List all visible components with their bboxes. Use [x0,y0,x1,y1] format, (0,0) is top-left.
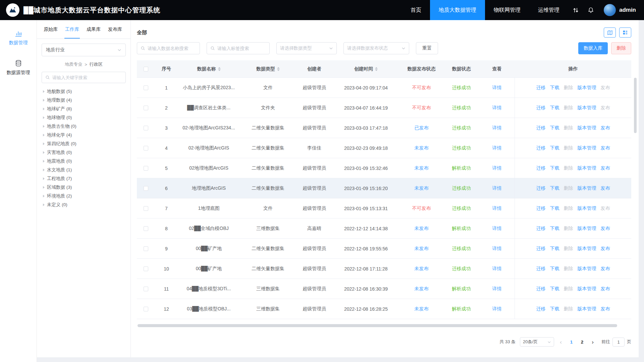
op-publish-link[interactable]: 发布 [601,226,610,232]
tree-node[interactable]: 地球化学 (4) [40,131,127,139]
op-version-link[interactable]: 版本管理 [578,185,596,191]
row-checkbox[interactable] [144,287,148,291]
sort-icon[interactable] [375,67,378,71]
detail-link[interactable]: 详情 [492,246,502,252]
tree-node[interactable]: 地球物理 (0) [40,113,127,122]
page-number-1[interactable]: 1 [568,340,575,345]
row-checkbox[interactable] [144,126,148,130]
op-migrate-link[interactable]: 迁移 [536,165,546,171]
tree-node[interactable]: 区域数据 (3) [40,183,127,192]
data-name-search-input[interactable] [148,46,196,51]
op-migrate-link[interactable]: 迁移 [536,226,546,232]
tag-search-input[interactable] [217,46,266,51]
op-migrate-link[interactable]: 迁移 [536,185,546,191]
op-migrate-link[interactable]: 迁移 [536,145,546,151]
op-version-link[interactable]: 版本管理 [578,205,596,212]
op-migrate-link[interactable]: 迁移 [536,105,546,111]
op-download-link[interactable]: 下载 [550,185,559,191]
op-download-link[interactable]: 下载 [550,205,559,212]
prev-page-button[interactable]: ‹ [557,339,565,345]
sort-icon[interactable] [218,67,221,71]
tab-raw-library[interactable]: 原始库 [41,20,60,39]
op-migrate-link[interactable]: 迁移 [536,306,546,312]
op-version-link[interactable]: 版本管理 [578,266,596,272]
op-publish-link[interactable]: 发布 [601,165,610,171]
row-checkbox[interactable] [144,226,148,231]
op-version-link[interactable]: 版本管理 [578,125,596,131]
industry-select[interactable]: 地质行业 [42,44,126,56]
horizontal-scrollbar[interactable] [137,324,631,327]
publish-status-select[interactable]: 请选择数据发布状态 [343,42,409,54]
vscroll-thumb[interactable] [634,78,637,133]
op-download-link[interactable]: 下载 [550,266,559,272]
op-download-link[interactable]: 下载 [550,85,559,91]
goto-page-input[interactable] [612,338,625,347]
col-data-name[interactable]: 数据名称 [178,60,240,77]
detail-link[interactable]: 详情 [492,185,502,191]
op-download-link[interactable]: 下载 [550,165,559,171]
tree-node[interactable]: 灾害地质 (0) [40,148,127,157]
nav-item-iot-management[interactable]: 物联网管理 [485,0,529,20]
map-view-button[interactable] [604,27,616,38]
op-migrate-link[interactable]: 迁移 [536,286,546,292]
tree-node[interactable]: 工程地质 (7) [40,174,127,183]
hscroll-thumb[interactable] [138,324,617,327]
tree-node[interactable]: 地质古生物 (0) [40,122,127,131]
detail-link[interactable]: 详情 [492,165,502,171]
nav-item-geodata-management[interactable]: 地质大数据管理 [430,0,485,20]
op-publish-link[interactable]: 发布 [601,286,610,292]
op-version-link[interactable]: 版本管理 [578,286,596,292]
sort-icon[interactable] [277,67,280,71]
op-publish-link[interactable]: 发布 [601,125,610,131]
bell-icon[interactable] [588,7,594,13]
swap-sort-icon[interactable] [573,7,579,13]
op-migrate-link[interactable]: 迁移 [536,266,546,272]
row-checkbox[interactable] [144,266,148,271]
op-version-link[interactable]: 版本管理 [578,105,596,111]
op-download-link[interactable]: 下载 [550,145,559,151]
col-data-type[interactable]: 数据类型 [240,60,296,77]
page-number-2[interactable]: 2 [578,340,586,345]
op-migrate-link[interactable]: 迁移 [536,246,546,252]
delete-button[interactable]: 删除 [611,42,631,54]
row-checkbox[interactable] [144,246,148,251]
reset-button[interactable]: 重置 [416,42,438,54]
op-publish-link[interactable]: 发布 [601,246,610,252]
tree-node[interactable]: 水文地质 (1) [40,166,127,174]
detail-link[interactable]: 详情 [492,286,502,292]
tab-work-library[interactable]: 工作库 [62,20,82,39]
op-version-link[interactable]: 版本管理 [578,306,596,312]
nav-item-ops-management[interactable]: 运维管理 [529,0,568,20]
op-migrate-link[interactable]: 迁移 [536,85,546,91]
vertical-scrollbar[interactable] [634,78,637,312]
breadcrumb-item[interactable]: 地质专业 [65,61,82,67]
op-download-link[interactable]: 下载 [550,306,559,312]
detail-link[interactable]: 详情 [492,226,502,232]
op-publish-link[interactable]: 发布 [601,306,610,312]
op-version-link[interactable]: 版本管理 [578,85,596,91]
detail-link[interactable]: 详情 [492,105,502,111]
tree-node[interactable]: 环境地质 (2) [40,192,127,200]
row-checkbox[interactable] [144,307,148,311]
select-all-checkbox[interactable] [144,67,148,71]
tree-node[interactable]: 未定义 (0) [40,200,127,209]
op-migrate-link[interactable]: 迁移 [536,125,546,131]
op-version-link[interactable]: 版本管理 [578,145,596,151]
user-avatar[interactable] [604,4,616,16]
tree-node[interactable]: 地貌数据 (5) [40,87,127,96]
op-publish-link[interactable]: 发布 [601,145,610,151]
nav-item-home[interactable]: 首页 [402,0,430,20]
col-created-time[interactable]: 创建时间 [332,60,399,77]
op-version-link[interactable]: 版本管理 [578,226,596,232]
page-size-select[interactable]: 20条/页 [520,337,554,347]
row-checkbox[interactable] [144,166,148,171]
op-version-link[interactable]: 版本管理 [578,246,596,252]
detail-link[interactable]: 详情 [492,205,502,212]
keyword-search-input[interactable] [52,75,122,80]
row-checkbox[interactable] [144,206,148,211]
op-download-link[interactable]: 下载 [550,226,559,232]
detail-link[interactable]: 详情 [492,125,502,131]
sidebar-item-data-management[interactable]: 数据管理 [0,23,37,53]
op-migrate-link[interactable]: 迁移 [536,205,546,212]
op-download-link[interactable]: 下载 [550,286,559,292]
